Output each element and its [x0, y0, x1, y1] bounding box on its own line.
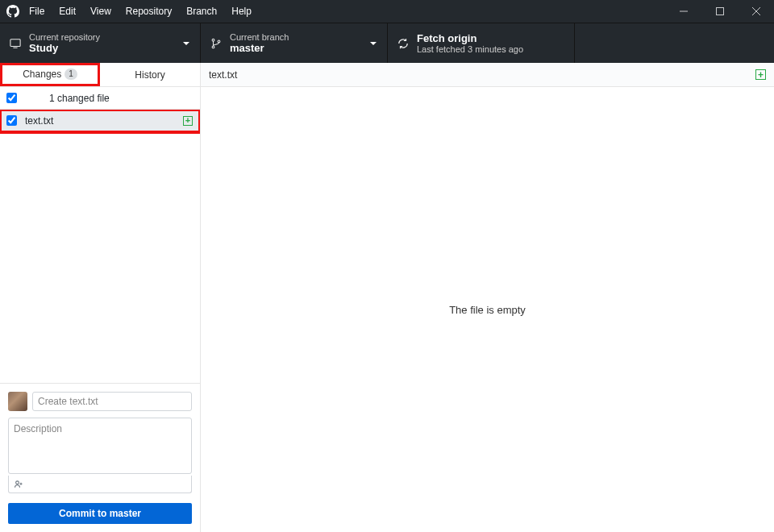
title-bar: File Edit View Repository Branch Help [0, 0, 774, 23]
commit-button-prefix: Commit to [59, 508, 110, 519]
menu-file[interactable]: File [29, 6, 44, 17]
empty-file-text: The file is empty [449, 304, 526, 316]
commit-button[interactable]: Commit to master [8, 503, 192, 524]
fetch-label: Fetch origin [417, 32, 476, 44]
close-icon [752, 7, 760, 15]
branch-icon [210, 38, 222, 49]
added-status-icon: + [183, 116, 193, 126]
avatar [8, 392, 27, 411]
commit-button-branch: master [110, 508, 141, 519]
svg-rect-4 [10, 39, 20, 46]
changed-files-list: text.txt + [0, 110, 200, 383]
commit-description-input[interactable] [8, 418, 192, 474]
select-all-checkbox[interactable] [6, 93, 17, 103]
svg-point-6 [212, 39, 214, 41]
fetch-origin-button[interactable]: Fetch origin Last fetched 3 minutes ago [388, 23, 575, 63]
added-status-icon: + [755, 69, 766, 80]
svg-rect-1 [716, 8, 723, 15]
branch-name: master [230, 42, 264, 54]
changes-count-badge: 1 [64, 69, 77, 80]
minimize-button[interactable] [665, 0, 701, 23]
menu-view[interactable]: View [90, 6, 111, 17]
menu-branch[interactable]: Branch [186, 6, 217, 17]
menu-help[interactable]: Help [231, 6, 252, 17]
svg-point-8 [218, 39, 220, 42]
maximize-icon [716, 7, 724, 15]
tab-history-label: History [135, 69, 164, 81]
branch-label: Current branch [230, 32, 289, 42]
toolbar-spacer [575, 23, 774, 63]
changed-summary: 1 changed file [49, 93, 110, 104]
close-button[interactable] [738, 0, 774, 23]
menu-edit[interactable]: Edit [59, 6, 76, 17]
menu-repository[interactable]: Repository [126, 6, 172, 17]
add-co-author-button[interactable] [8, 476, 192, 493]
diff-pane: text.txt + The file is empty [201, 63, 774, 532]
empty-file-message: The file is empty [201, 87, 774, 532]
diff-file-header: text.txt + [201, 63, 774, 87]
changed-file-row[interactable]: text.txt + [0, 110, 200, 132]
svg-point-9 [16, 480, 19, 484]
github-logo-icon [6, 5, 19, 18]
repo-name: Study [29, 42, 58, 54]
commit-form: Commit to master [0, 383, 200, 532]
changed-files-header: 1 changed file [0, 87, 200, 110]
sidebar: Changes 1 History 1 changed file text.tx… [0, 63, 201, 532]
tab-history[interactable]: History [100, 63, 200, 86]
sidebar-tabs: Changes 1 History [0, 63, 200, 87]
tab-changes[interactable]: Changes 1 [0, 63, 100, 86]
sync-icon [397, 38, 409, 49]
person-plus-icon [14, 480, 23, 489]
file-checkbox[interactable] [6, 115, 17, 126]
current-repository-selector[interactable]: Current repository Study [0, 23, 201, 63]
commit-summary-input[interactable] [32, 392, 192, 411]
svg-point-7 [212, 45, 214, 48]
fetch-sub: Last fetched 3 minutes ago [417, 44, 523, 54]
monitor-icon [10, 38, 21, 49]
chevron-down-icon [369, 39, 377, 48]
toolbar: Current repository Study Current branch … [0, 23, 774, 63]
minimize-icon [680, 7, 688, 15]
maximize-button[interactable] [701, 0, 738, 23]
tab-changes-label: Changes [23, 69, 61, 80]
repo-label: Current repository [29, 32, 100, 42]
chevron-down-icon [182, 39, 190, 48]
current-branch-selector[interactable]: Current branch master [201, 23, 388, 63]
file-name: text.txt [25, 115, 183, 127]
diff-file-name: text.txt [209, 69, 237, 81]
